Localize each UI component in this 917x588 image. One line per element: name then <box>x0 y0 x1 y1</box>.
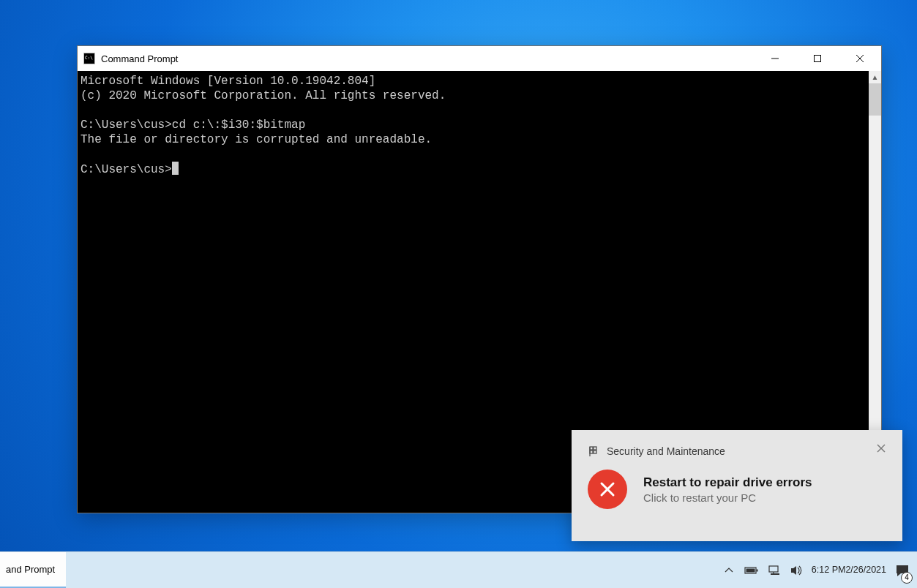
security-flag-icon <box>588 445 599 457</box>
terminal-line: (c) 2020 Microsoft Corporation. All righ… <box>81 89 446 102</box>
network-icon[interactable] <box>763 552 785 588</box>
svg-rect-7 <box>594 451 596 453</box>
notification-app-name: Security and Maintenance <box>607 445 870 457</box>
taskbar-clock[interactable]: 6:12 PM 2/26/2021 <box>807 552 891 588</box>
volume-icon[interactable] <box>785 552 807 588</box>
notification-message: Click to restart your PC <box>643 491 812 504</box>
terminal-line: The file or directory is corrupted and u… <box>81 133 432 146</box>
notification-close-button[interactable] <box>870 437 892 459</box>
scroll-thumb[interactable] <box>869 83 881 116</box>
system-tray: 6:12 PM 2/26/2021 4 <box>718 552 917 588</box>
svg-rect-14 <box>756 569 757 571</box>
action-center-button[interactable]: 4 <box>891 552 914 588</box>
battery-icon[interactable] <box>740 552 763 588</box>
terminal-line: C:\Users\cus>cd c:\:$i30:$bitmap <box>81 118 305 132</box>
scroll-up-arrow[interactable]: ▲ <box>869 71 881 83</box>
svg-marker-19 <box>791 566 796 575</box>
svg-rect-15 <box>746 568 755 572</box>
taskbar-app-cmd[interactable]: and Prompt <box>0 552 66 588</box>
close-button[interactable] <box>839 46 881 71</box>
terminal-line: Microsoft Windows [Version 10.0.19042.80… <box>81 75 375 88</box>
error-x-icon <box>588 470 627 509</box>
minimize-button[interactable] <box>754 46 796 71</box>
terminal-prompt: C:\Users\cus> <box>81 163 172 176</box>
notification-title: Restart to repair drive errors <box>643 475 812 490</box>
svg-rect-5 <box>594 447 596 450</box>
clock-time: 6:12 PM <box>812 565 846 576</box>
maximize-button[interactable] <box>796 46 839 71</box>
cmd-icon <box>83 53 95 64</box>
taskbar-app-label: and Prompt <box>6 564 55 575</box>
svg-rect-1 <box>815 56 821 62</box>
terminal-cursor <box>172 162 179 175</box>
window-title: Command Prompt <box>101 53 754 64</box>
notification-count-badge: 4 <box>901 572 913 584</box>
clock-date: 2/26/2021 <box>845 565 886 576</box>
window-titlebar[interactable]: Command Prompt <box>78 46 881 71</box>
notification-toast[interactable]: Security and Maintenance Restart to repa… <box>572 430 902 541</box>
svg-rect-17 <box>771 573 779 575</box>
tray-overflow-chevron[interactable] <box>718 552 740 588</box>
taskbar[interactable]: and Prompt 6:12 PM 2/26/2021 4 <box>0 551 917 588</box>
svg-rect-16 <box>769 566 778 572</box>
